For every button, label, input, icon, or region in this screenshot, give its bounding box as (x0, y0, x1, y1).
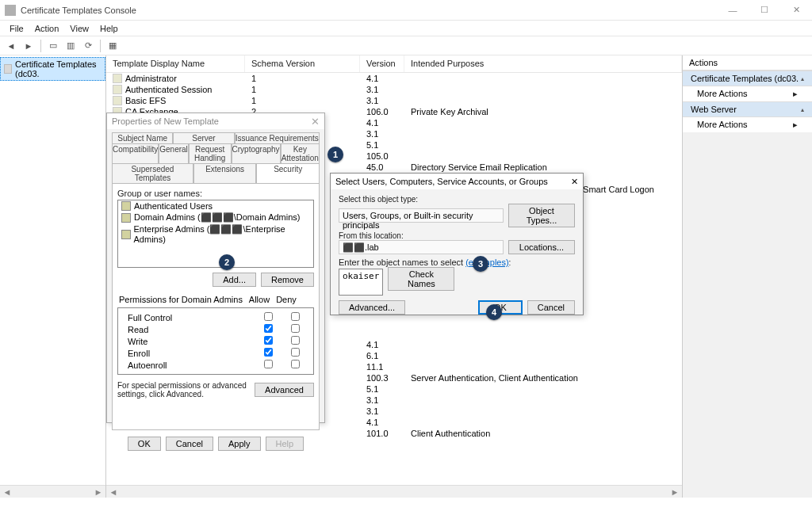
allow-col: Allow (246, 295, 273, 304)
tab-security[interactable]: Security (256, 163, 320, 183)
apply-button[interactable]: Apply (218, 437, 261, 451)
permission-row: Enroll (123, 347, 308, 359)
deny-checkbox[interactable] (291, 312, 300, 321)
table-row[interactable]: Administrator14.1 (106, 73, 682, 84)
permission-row: Read (123, 323, 308, 335)
collapse-icon: ▴ (801, 106, 804, 113)
dialog-titlebar: Select Users, Computers, Service Account… (331, 174, 583, 189)
col-schema[interactable]: Schema Version (245, 55, 360, 72)
list-item[interactable]: Domain Admins (⬛⬛⬛\Domain Admins) (118, 212, 313, 223)
list-item[interactable]: Enterprise Admins (⬛⬛⬛\Enterprise Admins… (118, 223, 313, 245)
col-version[interactable]: Version (360, 55, 404, 72)
object-names-input[interactable]: okaiser (339, 269, 383, 296)
actions-section-webserver[interactable]: Web Server▴ (683, 101, 812, 117)
actions-more-2[interactable]: More Actions▸ (683, 117, 812, 132)
table-row[interactable]: Basic EFS13.1 (106, 95, 682, 106)
group-label: Group or user names: (117, 189, 314, 198)
select-users-dialog: Select Users, Computers, Service Account… (330, 173, 584, 315)
group-list[interactable]: Authenticated UsersDomain Admins (⬛⬛⬛\Do… (117, 200, 314, 268)
tab-general[interactable]: General (159, 143, 189, 163)
chevron-right-icon: ▸ (793, 120, 798, 130)
deny-checkbox[interactable] (291, 348, 300, 357)
remove-button[interactable]: Remove (261, 273, 314, 287)
chevron-right-icon: ▸ (793, 89, 798, 99)
cancel-button[interactable]: Cancel (527, 300, 575, 315)
allow-checkbox[interactable] (264, 312, 273, 321)
minimize-button[interactable]: — (717, 1, 749, 20)
locations-button[interactable]: Locations... (508, 240, 575, 254)
refresh-icon[interactable]: ⟳ (80, 38, 96, 54)
deny-checkbox[interactable] (291, 324, 300, 333)
ok-button[interactable]: OK (128, 437, 161, 451)
tab-cryptography[interactable]: Cryptography (232, 143, 281, 163)
dialog-titlebar: Properties of New Template ✕ (107, 113, 324, 129)
tab-subject-name[interactable]: Subject Name (112, 132, 173, 143)
location-field: ⬛⬛.lab (339, 240, 504, 254)
menubar: File Action View Help (0, 21, 812, 36)
actions-section-templates[interactable]: Certificate Templates (dc03.▴ (683, 71, 812, 86)
tab-request-handling[interactable]: Request Handling (189, 143, 232, 163)
callout-3: 3 (473, 256, 488, 272)
tab-key-attestation[interactable]: Key Attestation (281, 143, 320, 163)
cancel-button[interactable]: Cancel (166, 437, 213, 451)
group-icon (121, 213, 131, 223)
allow-checkbox[interactable] (264, 324, 273, 333)
tab-superseded[interactable]: Superseded Templates (112, 163, 193, 183)
window-title: Certificate Templates Console (21, 6, 136, 15)
add-button[interactable]: Add... (213, 273, 256, 287)
forward-button[interactable]: ► (21, 38, 36, 54)
callout-2: 2 (219, 254, 235, 270)
deny-checkbox[interactable] (291, 336, 300, 345)
toolbar-folder-icon[interactable]: ▭ (45, 38, 61, 54)
group-icon (121, 230, 131, 239)
permission-row: Autoenroll (123, 359, 308, 371)
col-purpose[interactable]: Intended Purposes (404, 55, 682, 72)
check-names-button[interactable]: Check Names (388, 267, 454, 291)
toolbar: ◄ ► ▭ ▥ ⟳ ▦ (0, 36, 812, 55)
toolbar-view-icon[interactable]: ▦ (105, 38, 121, 54)
permission-list: Full ControlReadWriteEnrollAutoenroll (117, 307, 314, 375)
tab-server[interactable]: Server (173, 132, 234, 143)
deny-checkbox[interactable] (291, 360, 300, 368)
callout-4: 4 (486, 304, 502, 320)
menu-file[interactable]: File (5, 22, 29, 35)
tree-node-templates[interactable]: Certificate Templates (dc03. (0, 57, 105, 81)
object-types-button[interactable]: Object Types... (508, 204, 575, 227)
close-button[interactable]: ✕ (780, 1, 812, 20)
group-icon (121, 201, 131, 211)
menu-action[interactable]: Action (30, 22, 64, 35)
permission-row: Full Control (123, 311, 308, 323)
tree-hscroll[interactable]: ◄► (0, 485, 105, 498)
app-icon (5, 5, 16, 16)
back-button[interactable]: ◄ (3, 38, 19, 54)
help-button[interactable]: Help (266, 437, 304, 451)
table-row[interactable]: Authenticated Session13.1 (106, 84, 682, 95)
col-name[interactable]: Template Display Name (106, 55, 245, 72)
advanced-note: For special permissions or advanced sett… (117, 381, 250, 399)
tab-issuance[interactable]: Issuance Requirements (235, 132, 320, 143)
actions-more-1[interactable]: More Actions▸ (683, 86, 812, 101)
titlebar: Certificate Templates Console — ☐ ✕ (0, 0, 812, 21)
maximize-button[interactable]: ☐ (749, 1, 780, 20)
menu-help[interactable]: Help (95, 22, 123, 35)
folder-icon (4, 64, 12, 74)
menu-view[interactable]: View (65, 22, 94, 35)
close-icon[interactable]: ✕ (571, 177, 578, 187)
allow-checkbox[interactable] (264, 360, 273, 368)
list-hscroll[interactable]: ◄► (106, 485, 682, 498)
allow-checkbox[interactable] (264, 348, 273, 357)
close-icon[interactable]: ✕ (311, 116, 320, 128)
export-icon[interactable]: ▥ (63, 38, 79, 54)
advanced-button[interactable]: Advanced (255, 383, 314, 397)
callout-1: 1 (327, 147, 343, 162)
nav-tree: Certificate Templates (dc03. ◄► (0, 55, 106, 498)
list-item[interactable]: Authenticated Users (118, 200, 313, 212)
permission-row: Write (123, 335, 308, 347)
tab-extensions[interactable]: Extensions (193, 163, 257, 183)
actions-pane: Actions Certificate Templates (dc03.▴ Mo… (682, 55, 812, 498)
tab-compatibility[interactable]: Compatibility (112, 143, 159, 163)
properties-dialog: Properties of New Template ✕ Subject Nam… (106, 113, 325, 423)
actions-header: Actions (683, 55, 812, 71)
allow-checkbox[interactable] (264, 336, 273, 345)
advanced-button[interactable]: Advanced... (339, 300, 405, 315)
